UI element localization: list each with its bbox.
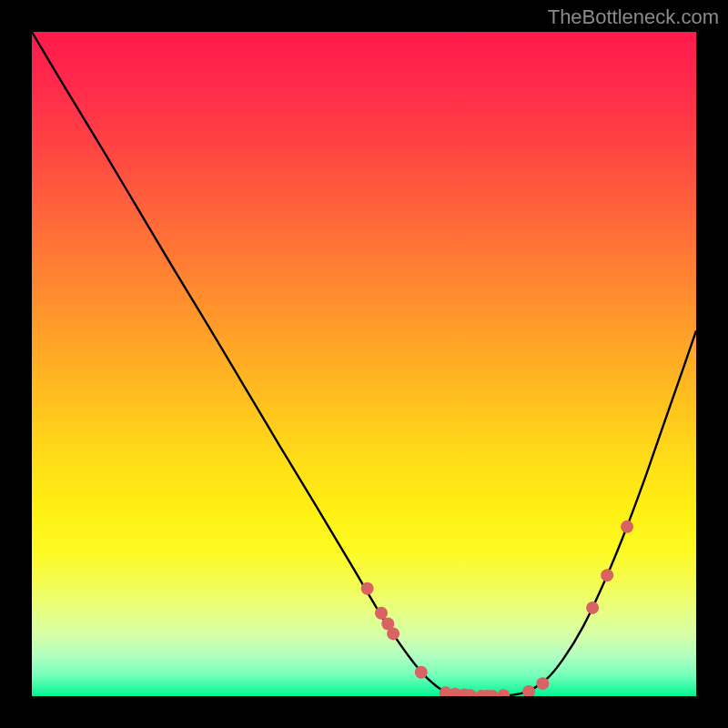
data-dot <box>586 602 599 614</box>
data-dot <box>536 677 549 690</box>
attribution-label: TheBottleneck.com <box>548 5 719 29</box>
chart-svg <box>32 32 696 696</box>
data-dot <box>415 666 428 679</box>
data-dot <box>387 627 399 640</box>
data-dot <box>497 689 510 696</box>
data-dot <box>375 607 388 620</box>
bottleneck-chart <box>32 32 696 696</box>
data-dots <box>361 521 633 696</box>
data-dot <box>601 569 613 581</box>
bottleneck-curve <box>32 32 696 696</box>
data-dot <box>621 521 633 533</box>
data-dot <box>361 582 374 595</box>
data-dot <box>522 685 535 696</box>
